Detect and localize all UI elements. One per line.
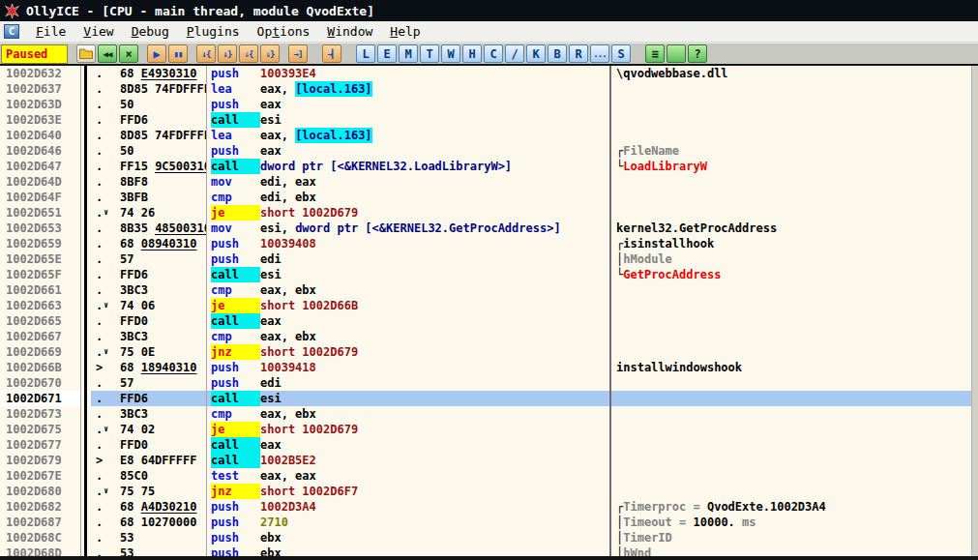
disasm-cell[interactable]: movedi, eax (207, 174, 611, 190)
comment-cell[interactable] (611, 112, 978, 128)
view-log-button[interactable]: L (356, 44, 375, 63)
view-executables-button[interactable]: E (377, 44, 397, 63)
disasm-cell[interactable]: push2710 (207, 515, 611, 530)
disasm-cell[interactable]: cmpeax, ebx (207, 282, 611, 298)
disasm-row[interactable]: 1002D647.FF15 9C500310calldword ptr [<&K… (0, 159, 978, 174)
comment-cell[interactable] (611, 190, 978, 205)
hex-cell[interactable]: >68 18940310 (91, 360, 207, 375)
comment-cell[interactable]: ┌Timerproc = QvodExte.1002D3A4 (611, 499, 978, 515)
address-cell[interactable]: 1002D637 (0, 81, 81, 97)
comment-cell[interactable] (611, 391, 978, 406)
step-into-button[interactable]: ↓{ (196, 44, 216, 63)
hex-cell[interactable]: .68 10270000 (91, 515, 207, 530)
disasm-cell[interactable]: push1002D3A4 (207, 499, 611, 515)
open-file-button[interactable] (76, 44, 96, 63)
hex-cell[interactable]: .50 (91, 97, 207, 112)
hex-cell[interactable]: .53 (91, 530, 207, 545)
windows-list-button[interactable]: ≡ (645, 44, 665, 63)
disasm-cell[interactable]: cmpeax, ebx (207, 406, 611, 422)
hex-cell[interactable]: .FFD6 (91, 391, 207, 406)
menu-options[interactable]: Options (249, 22, 319, 41)
disasm-cell[interactable]: pusheax (207, 97, 611, 112)
hex-cell[interactable]: .3BFB (91, 190, 207, 205)
comment-cell[interactable] (611, 97, 978, 112)
comment-cell[interactable] (611, 329, 978, 344)
hex-cell[interactable]: .FFD0 (91, 313, 207, 329)
view-call-stack-button[interactable]: K (526, 44, 546, 63)
disasm-cell[interactable]: pushedi (207, 375, 611, 391)
disasm-row[interactable]: 1002D667.3BC3cmpeax, ebx (0, 329, 978, 344)
comment-cell[interactable]: └GetProcAddress (611, 267, 978, 282)
comment-cell[interactable]: └LoadLibraryW (611, 159, 978, 174)
hex-cell[interactable]: .∨75 0E (91, 344, 207, 360)
address-cell[interactable]: 1002D65F (0, 267, 81, 282)
comment-cell[interactable] (611, 422, 978, 437)
comment-cell[interactable]: installwindowshook (611, 360, 978, 375)
disasm-row[interactable]: 1002D632.68 E4930310push100393E4\qvodweb… (0, 66, 978, 81)
hex-cell[interactable]: .FFD0 (91, 437, 207, 453)
disasm-row[interactable]: 1002D653.8B35 48500310movesi, dword ptr … (0, 221, 978, 236)
view-cpu-button[interactable]: C (484, 44, 503, 63)
disasm-row[interactable]: 1002D64D.8BF8movedi, eax (0, 174, 978, 190)
address-cell[interactable]: 1002D667 (0, 329, 81, 344)
address-cell[interactable]: 1002D680 (0, 484, 81, 499)
comment-cell[interactable] (611, 81, 978, 97)
comment-cell[interactable] (611, 437, 978, 453)
disasm-cell[interactable]: jeshort 1002D679 (207, 422, 611, 437)
disasm-row[interactable]: 1002D68C.53pushebx│TimerID (0, 530, 978, 545)
disasm-cell[interactable]: pushedi (207, 251, 611, 267)
comment-cell[interactable]: ┌isinstallhook (611, 236, 978, 251)
address-cell[interactable]: 1002D66B (0, 360, 81, 375)
comment-cell[interactable] (611, 205, 978, 221)
disasm-cell[interactable]: calldword ptr [<&KERNEL32.LoadLibraryW>] (207, 159, 611, 174)
hex-cell[interactable]: .∨74 02 (91, 422, 207, 437)
disasm-cell[interactable]: leaeax, [local.163] (207, 128, 611, 143)
hex-cell[interactable]: >E8 64DFFFFF (91, 453, 207, 468)
hex-cell[interactable]: .3BC3 (91, 329, 207, 344)
disasm-cell[interactable]: leaeax, [local.163] (207, 81, 611, 97)
disasm-row[interactable]: 1002D675.∨74 02jeshort 1002D679 (0, 422, 978, 437)
address-cell[interactable]: 1002D65E (0, 251, 81, 267)
disasm-cell[interactable]: cmpeax, ebx (207, 329, 611, 344)
comment-cell[interactable] (611, 484, 978, 499)
comment-cell[interactable]: kernel32.GetProcAddress (611, 221, 978, 236)
comment-cell[interactable] (611, 406, 978, 422)
address-cell[interactable]: 1002D63D (0, 97, 81, 112)
address-cell[interactable]: 1002D687 (0, 515, 81, 530)
address-cell[interactable]: 1002D661 (0, 282, 81, 298)
disasm-cell[interactable]: push10039418 (207, 360, 611, 375)
menu-plugins[interactable]: Plugins (178, 22, 249, 41)
hex-cell[interactable]: .∨74 06 (91, 298, 207, 313)
hex-cell[interactable]: .50 (91, 143, 207, 159)
disasm-row[interactable]: 1002D673.3BC3cmpeax, ebx (0, 406, 978, 422)
hex-cell[interactable]: .3BC3 (91, 406, 207, 422)
disasm-row[interactable]: 1002D665.FFD0calleax (0, 313, 978, 329)
view-handles-button[interactable]: H (462, 44, 482, 63)
comment-cell[interactable] (611, 282, 978, 298)
view-references-button[interactable]: R (569, 44, 588, 63)
disasm-row[interactable]: 1002D661.3BC3cmpeax, ebx (0, 282, 978, 298)
disasm-row[interactable]: 1002D646.50pusheax┌FileName (0, 143, 978, 159)
view-breakpoints-button[interactable]: B (548, 44, 567, 63)
comment-cell[interactable] (611, 128, 978, 143)
disasm-cell[interactable]: jnzshort 1002D679 (207, 344, 611, 360)
hex-cell[interactable]: .FF15 9C500310 (91, 159, 207, 174)
comment-cell[interactable] (611, 375, 978, 391)
hex-cell[interactable]: .68 08940310 (91, 236, 207, 251)
address-cell[interactable]: 1002D640 (0, 128, 81, 143)
disasm-row[interactable]: 1002D670.57pushedi (0, 375, 978, 391)
view-source-button[interactable]: S (611, 44, 631, 63)
appearance-button[interactable] (667, 44, 686, 63)
disasm-cell[interactable]: callesi (207, 267, 611, 282)
address-cell[interactable]: 1002D677 (0, 437, 81, 453)
disasm-row[interactable]: 1002D67E.85C0testeax, eax (0, 468, 978, 484)
disasm-row[interactable]: 1002D663.∨74 06jeshort 1002D66B (0, 298, 978, 313)
hex-cell[interactable]: .68 A4D30210 (91, 499, 207, 515)
hex-cell[interactable]: .8BF8 (91, 174, 207, 190)
disasm-row[interactable]: 1002D637.8D85 74FDFFFFleaeax, [local.163… (0, 81, 978, 97)
address-cell[interactable]: 1002D63E (0, 112, 81, 128)
step-over-button[interactable]: ↓} (218, 44, 237, 63)
comment-cell[interactable]: ┌FileName (611, 143, 978, 159)
restart-button[interactable]: ◀◀ (98, 44, 117, 63)
pause-button[interactable]: ▮▮ (168, 44, 188, 63)
